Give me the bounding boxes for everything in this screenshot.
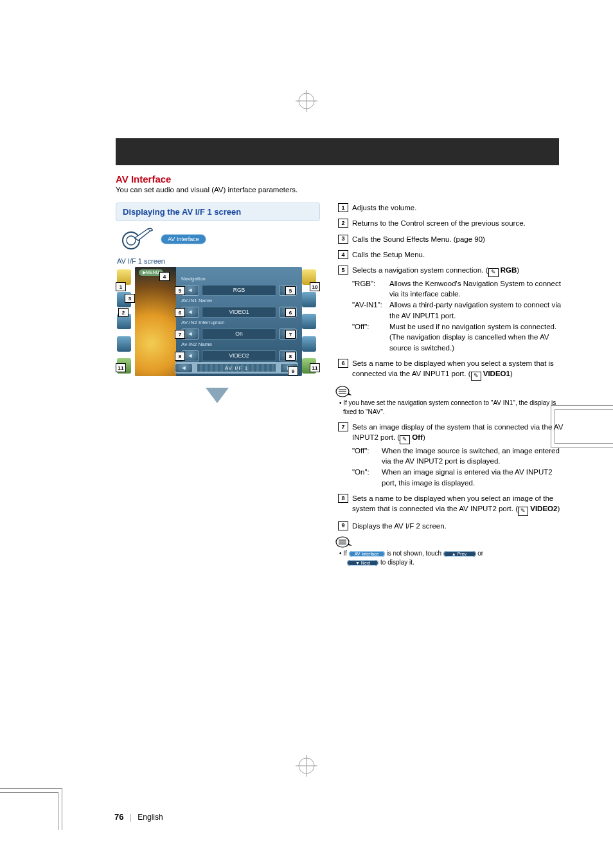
def-term: "RGB": [352,278,389,300]
callout-box: 4 [159,272,170,281]
device-bezel-button [117,336,131,352]
item-text: Sets a name to be displayed when you sel… [352,494,560,512]
list-item: 4Calls the Setup Menu. [338,249,564,260]
list-item: 3Calls the Sound Effects Menu. (page 90) [338,234,564,244]
callout-box: 3 [125,294,135,303]
screen-label: AV I/F 1 screen [117,257,320,265]
note-text: • If you have set the navigation system … [338,399,564,417]
list-item: 8 Sets a name to be displayed when you s… [338,493,564,516]
item-text: Sets an image display of the system that… [352,423,563,441]
value-field: VIDEO1 [202,307,276,318]
pill-next: ▼ Next [347,560,378,566]
def-desc: Must be used if no navigation system is … [389,321,564,353]
note-icon [335,536,352,548]
item-text: Returns to the Control screen of the pre… [352,219,526,227]
row-label: AV-IN1 Name [181,298,212,303]
callout-box: 11 [310,363,320,372]
svg-point-10 [127,236,136,245]
item-text: Displays the AV I/F 2 screen. [352,522,447,530]
num-box: 5 [338,266,348,275]
page-footer: 76 | English [114,812,163,822]
device-screenshot: ▶MENU Navigation ◄ RGB ► AV-IN1 Name ◄ V… [116,267,320,376]
callout-box: 6 [285,308,296,317]
device-bezel-button [302,292,316,307]
list-item: 6 Sets a name to be displayed when you s… [338,358,564,381]
chapter-header-bar [116,138,559,165]
tab-title: AV I/F 1 [197,364,276,372]
callout-box: 5 [285,286,296,295]
section-title: AV Interface [116,174,564,185]
touch-hand-icon [121,226,153,252]
default-icon: ✎ [518,507,528,516]
callout-box: 10 [310,282,320,291]
list-item: 1Adjusts the volume. [338,203,564,213]
callout-box: 7 [285,330,296,339]
num-box: 6 [338,359,348,368]
footer-language: English [138,813,163,822]
item-text: Calls the Sound Effects Menu. (page 90) [352,235,485,243]
def-desc: Allows a third-party navigation system t… [389,300,564,321]
row-label: Navigation [181,276,206,282]
def-desc: When an image signal is entered via the … [382,467,564,488]
num-box: 2 [338,219,348,228]
default-icon: ✎ [471,372,481,381]
num-box: 9 [338,521,348,530]
value-field: VIDEO2 [202,350,276,361]
list-item: 7 Sets an image display of the system th… [338,422,564,488]
def-desc: When the image source is switched, an im… [382,446,564,467]
row-label: AV-IN2 Interruption [181,320,224,325]
list-item: 5 Selects a navigation system connection… [338,265,564,353]
note-text: • If AV Interface is not shown, touch ▲ … [338,549,564,567]
item-text: Adjusts the volume. [352,204,416,212]
callout-box: 8 [285,352,296,361]
list-item: 9Displays the AV I/F 2 screen. [338,521,564,531]
callout-box: 9 [288,366,298,375]
print-registration-top [296,90,317,112]
num-box: 3 [338,235,348,244]
item-text: Selects a navigation system connection. … [352,266,519,274]
callout-box: 7 [175,330,185,339]
default-icon: ✎ [488,268,499,277]
device-bezel-button [302,314,316,329]
default-icon: ✎ [400,435,410,444]
trim-mark [0,792,58,830]
wallpaper-graphic [135,267,176,376]
item-text: Calls the Setup Menu. [352,251,425,258]
tab-prev-button: ◄ [175,363,193,373]
def-term: "Off": [352,321,389,353]
row-label: Av-IN2 Name [181,341,212,347]
pill-avinterface: AV Interface [349,551,385,557]
svg-point-9 [123,232,139,249]
item-text: Sets a name to be displayed when you sel… [352,359,554,377]
def-term: "On": [352,467,382,488]
note-icon [335,386,352,397]
def-term: "Off": [352,446,382,467]
device-bezel-button [302,336,316,352]
page-number: 76 [114,812,123,822]
callout-box: 5 [175,286,185,295]
def-term: "AV-IN1": [352,300,389,321]
breadcrumb-pill: AV Interface [161,234,206,244]
callout-box: 8 [175,352,185,361]
continue-arrow-icon [206,388,229,403]
def-desc: Allows the Kenwood's Navigation System t… [389,278,564,300]
pill-prev: ▲ Prev. [443,551,476,557]
num-box: 7 [338,422,348,431]
value-field: RGB [202,285,276,296]
callout-box: 2 [118,308,129,317]
callout-box: 11 [116,363,126,372]
value-field: On [202,329,276,339]
num-box: 4 [338,250,348,259]
section-intro: You can set audio and visual (AV) interf… [116,186,564,194]
callout-box: 1 [116,282,126,291]
list-item: 2Returns to the Control screen of the pr… [338,218,564,228]
num-box: 1 [338,203,348,212]
procedure-heading: Displaying the AV I/F 1 screen [116,203,320,221]
callout-box: 6 [175,308,185,317]
num-box: 8 [338,494,348,503]
